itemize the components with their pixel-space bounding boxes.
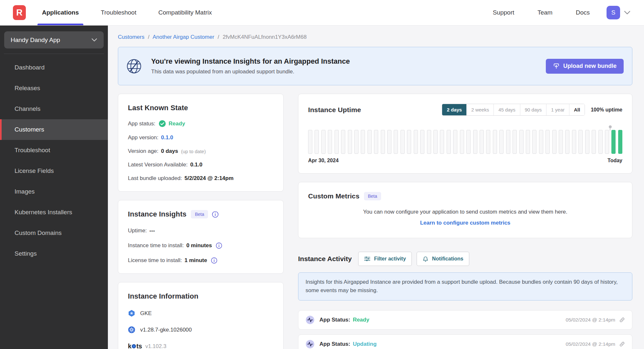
- uptime-range-selector: 2 days 2 weeks 45 days 90 days 1 year Al…: [442, 104, 585, 116]
- breadcrumb-link-customers[interactable]: Customers: [118, 34, 144, 40]
- uptime-bar: [526, 130, 530, 154]
- uptime-bar: [565, 130, 569, 154]
- range-button-all[interactable]: All: [569, 104, 585, 115]
- event-permalink-icon[interactable]: [619, 341, 625, 347]
- notifications-button[interactable]: Notifications: [417, 252, 469, 266]
- nav-item-docs[interactable]: Docs: [574, 9, 592, 16]
- instance-insights-rows: Uptime: --- Instance time to install: 0 …: [128, 227, 274, 264]
- app-status-value: Ready: [159, 120, 185, 127]
- uptime-bar: [433, 130, 438, 154]
- account-menu-chevron-down-icon[interactable]: [624, 11, 630, 15]
- uptime-label: Uptime:: [128, 227, 147, 234]
- filter-activity-button[interactable]: Filter activity: [358, 252, 412, 266]
- event-permalink-icon[interactable]: [619, 317, 625, 323]
- gke-icon: [128, 310, 135, 317]
- kots-logo: k: [128, 343, 131, 349]
- dashboard-columns: Last Known State App status: Ready App v…: [118, 94, 632, 349]
- sidebar-item-troubleshoot[interactable]: Troubleshoot: [0, 140, 108, 161]
- sidebar-item-dashboard[interactable]: Dashboard: [0, 57, 108, 78]
- configure-custom-metrics-link[interactable]: Learn to configure custom metrics: [308, 220, 622, 226]
- replicated-logo[interactable]: R: [13, 5, 26, 20]
- custom-metrics-body: You can now configure your application t…: [308, 209, 622, 215]
- last-known-state-rows: App status: Ready App version: 0.1.0 Ver…: [128, 120, 274, 182]
- app-sidebar: Handy Dandy App Dashboard Releases Chann…: [0, 26, 108, 349]
- app-status-label: App status:: [128, 121, 155, 127]
- app-status-text: Ready: [169, 121, 185, 127]
- last-known-state-card: Last Known State App status: Ready App v…: [118, 94, 284, 192]
- last-known-state-title: Last Known State: [128, 104, 274, 112]
- uptime-bar: [545, 130, 550, 154]
- range-button-1-year[interactable]: 1 year: [546, 104, 569, 115]
- uptime-bar: [394, 130, 398, 154]
- info-icon[interactable]: [211, 257, 217, 264]
- range-button-45-days[interactable]: 45 days: [494, 104, 520, 115]
- nav-item-applications[interactable]: Applications: [40, 0, 81, 25]
- nav-item-compatibility-matrix[interactable]: Compatibility Matrix: [156, 0, 214, 25]
- breadcrumb-link-customer-name[interactable]: Another Airgap Customer: [152, 34, 214, 40]
- app-version-row: App version: 0.1.0: [128, 134, 274, 141]
- instance-insights-title: Instance Insights: [128, 210, 186, 218]
- sidebar-item-custom-domains[interactable]: Custom Domains: [0, 223, 108, 243]
- version-age-value: 0 days: [161, 148, 178, 154]
- custom-metrics-title-row: Custom Metrics Beta: [308, 192, 622, 200]
- range-button-2-days[interactable]: 2 days: [442, 104, 467, 115]
- nav-item-support[interactable]: Support: [491, 9, 516, 16]
- beta-badge: Beta: [191, 210, 208, 218]
- sidebar-item-releases[interactable]: Releases: [0, 78, 108, 99]
- upload-new-bundle-button[interactable]: Upload new bundle: [546, 59, 624, 74]
- kots-version-row: kts v1.102.3: [128, 343, 274, 349]
- instance-time-row: Instance time to install: 0 minutes: [128, 242, 274, 249]
- sidebar-item-channels[interactable]: Channels: [0, 99, 108, 119]
- info-icon[interactable]: [216, 242, 222, 249]
- custom-metrics-title: Custom Metrics: [308, 192, 359, 200]
- app-selector-dropdown[interactable]: Handy Dandy App: [4, 31, 104, 48]
- airgap-banner: You're viewing Instance Insights for an …: [118, 47, 632, 85]
- instance-uptime-title: Instance Uptime: [308, 106, 361, 114]
- uptime-bar: [466, 130, 471, 154]
- nav-item-troubleshoot[interactable]: Troubleshoot: [99, 0, 138, 25]
- event-label: App Status:: [319, 317, 350, 323]
- filter-activity-label: Filter activity: [374, 256, 406, 262]
- latest-version-row: Latest Version Available: 0.1.0: [128, 162, 274, 168]
- version-age-label: Version age:: [128, 148, 159, 154]
- instance-uptime-card: Instance Uptime 2 days 2 weeks 45 days 9…: [298, 94, 632, 174]
- app-version-link[interactable]: 0.1.0: [161, 134, 173, 141]
- uptime-bar: [440, 130, 444, 154]
- range-button-90-days[interactable]: 90 days: [520, 104, 547, 115]
- uptime-bar: [611, 130, 616, 154]
- sidebar-item-settings[interactable]: Settings: [0, 243, 108, 264]
- info-icon[interactable]: [212, 211, 219, 218]
- sidebar-item-kubernetes-installers[interactable]: Kubernetes Installers: [0, 202, 108, 223]
- upload-icon: [553, 63, 560, 69]
- breadcrumb-separator: /: [148, 34, 150, 40]
- sidebar-item-license-fields[interactable]: License Fields: [0, 161, 108, 181]
- uptime-row: Uptime: ---: [128, 227, 274, 234]
- breadcrumb: Customers / Another Airgap Customer / 2f…: [118, 34, 632, 40]
- uptime-bar: [552, 130, 556, 154]
- sidebar-item-customers[interactable]: Customers: [0, 119, 108, 140]
- breadcrumb-instance-id: 2fvMcK4NFuALfnonn1Y3xA6rM68: [223, 34, 307, 40]
- uptime-bar: [368, 130, 372, 154]
- uptime-bar: [400, 130, 405, 154]
- upload-new-bundle-label: Upload new bundle: [563, 63, 617, 69]
- sidebar-item-images[interactable]: Images: [0, 181, 108, 202]
- uptime-bar: [618, 130, 622, 154]
- uptime-bar: [414, 130, 418, 154]
- nav-item-team[interactable]: Team: [535, 9, 554, 16]
- right-column: Instance Uptime 2 days 2 weeks 45 days 9…: [298, 94, 632, 349]
- primary-nav: Applications Troubleshoot Compatibility …: [40, 0, 232, 25]
- uptime-bar: [605, 130, 609, 154]
- uptime-bar: [361, 130, 365, 154]
- uptime-bar: [387, 130, 391, 154]
- app-version-label: App version:: [128, 134, 159, 141]
- distribution-value: GKE: [140, 310, 152, 317]
- instance-information-title: Instance Information: [128, 292, 274, 301]
- range-button-2-weeks[interactable]: 2 weeks: [467, 104, 494, 115]
- avatar[interactable]: S: [607, 6, 620, 19]
- uptime-bar: [480, 130, 484, 154]
- pulse-icon: [306, 315, 315, 324]
- license-time-label: License time to install:: [128, 257, 182, 264]
- main-content: Customers / Another Airgap Customer / 2f…: [108, 26, 644, 349]
- license-time-row: License time to install: 1 minute: [128, 257, 274, 264]
- uptime-bar: [486, 130, 490, 154]
